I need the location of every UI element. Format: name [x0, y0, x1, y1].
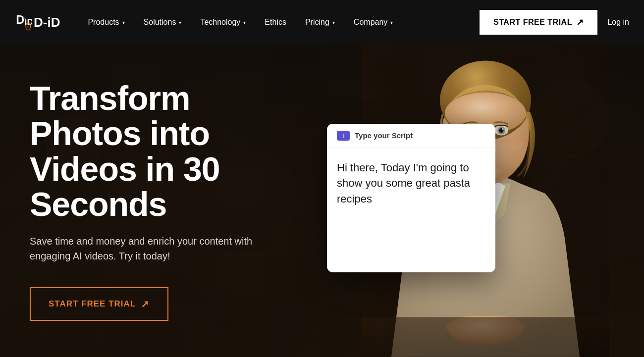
login-link[interactable]: Log in	[607, 18, 629, 27]
script-body-text: Hi there, Today I'm going to show you so…	[337, 160, 485, 207]
svg-point-37	[502, 128, 504, 130]
svg-point-6	[27, 26, 28, 27]
script-card: Type your Script Hi there, Today I'm goi…	[327, 124, 495, 272]
script-card-body: Hi there, Today I'm going to show you so…	[327, 148, 495, 257]
chevron-down-icon: ▾	[390, 20, 393, 25]
logo[interactable]: D ··· iD D-iD	[15, 13, 60, 32]
nav-item-technology[interactable]: Technology ▾	[192, 14, 254, 31]
svg-text:iD: iD	[25, 17, 32, 27]
arrow-icon: ↗	[141, 298, 150, 310]
hero-subtext: Save time and money and enrich your cont…	[30, 234, 258, 263]
nav-item-solutions[interactable]: Solutions ▾	[136, 14, 190, 31]
chevron-down-icon: ▾	[122, 20, 125, 25]
hero-content: Transform Photos into Videos in 30 Secon…	[0, 45, 644, 357]
navbar: D ··· iD D-iD Products ▾ Solutions ▾ Tec…	[0, 0, 644, 45]
nav-links: Products ▾ Solutions ▾ Technology ▾ Ethi…	[80, 14, 480, 31]
hero-left-panel: Transform Photos into Videos in 30 Secon…	[30, 81, 307, 321]
hero-cta-button[interactable]: START FREE TRIAL ↗	[30, 287, 168, 321]
hero-section: Transform Photos into Videos in 30 Secon…	[0, 45, 644, 357]
nav-item-ethics[interactable]: Ethics	[257, 14, 294, 31]
arrow-icon: ↗	[576, 17, 584, 28]
script-icon	[337, 131, 350, 141]
nav-cta-button[interactable]: START FREE TRIAL ↗	[480, 10, 597, 35]
svg-point-7	[29, 26, 30, 27]
logo-text: D-iD	[34, 15, 60, 30]
chevron-down-icon: ▾	[179, 20, 181, 25]
hero-heading: Transform Photos into Videos in 30 Secon…	[30, 81, 307, 222]
chevron-down-icon: ▾	[332, 20, 335, 25]
chevron-down-icon: ▾	[243, 20, 246, 25]
script-card-header: Type your Script	[327, 124, 495, 148]
script-card-title: Type your Script	[355, 131, 413, 140]
nav-item-pricing[interactable]: Pricing ▾	[297, 14, 343, 31]
nav-item-company[interactable]: Company ▾	[346, 14, 401, 31]
hero-right-panel: Type your Script Hi there, Today I'm goi…	[307, 45, 614, 357]
svg-point-41	[502, 137, 524, 151]
nav-item-products[interactable]: Products ▾	[80, 14, 132, 31]
svg-rect-43	[362, 317, 609, 357]
nav-actions: START FREE TRIAL ↗ Log in	[480, 10, 629, 35]
